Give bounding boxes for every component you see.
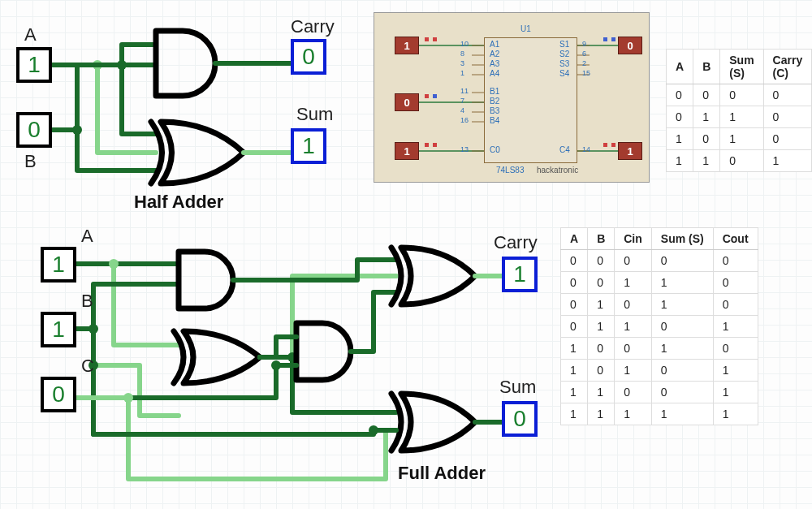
fa-b-label: B (81, 291, 93, 312)
fa-carry-label: Carry (494, 232, 538, 253)
tt-cell: 0 (588, 272, 615, 294)
chip-pin-name: A4 (490, 69, 499, 78)
chip-pin-name: S4 (559, 69, 569, 78)
half-adder-truth-table: ABSum (S)Carry (C) 0000011010101101 (666, 49, 812, 172)
fa-c-value[interactable]: 0 (41, 377, 76, 412)
tt-cell: 1 (763, 150, 812, 172)
chip-pin-num: 10 (460, 40, 469, 48)
table-row: 1010 (667, 128, 812, 150)
chip-pin-num: 9 (582, 40, 586, 48)
chip-pin-num: 13 (460, 145, 469, 153)
svg-rect-30 (603, 143, 607, 147)
svg-point-33 (89, 324, 98, 334)
tt-cell: 0 (588, 360, 615, 382)
table-row: 00110 (561, 272, 758, 294)
chip-pin-name: A2 (490, 50, 499, 58)
tt-cell: 0 (713, 272, 758, 294)
tt-cell: 1 (615, 403, 652, 425)
fa-b-value[interactable]: 1 (41, 312, 76, 347)
fa-carry-value: 1 (502, 257, 538, 292)
tt-cell: 0 (561, 272, 588, 294)
tt-cell: 1 (615, 360, 652, 382)
tt-cell: 1 (588, 403, 615, 425)
chip-pin-name: S3 (559, 59, 569, 68)
tt-cell: 0 (651, 382, 713, 403)
tt-cell: 0 (713, 250, 758, 272)
input-b-label: B (24, 151, 37, 172)
tt-cell: 0 (713, 338, 758, 360)
input-a-label: A (24, 24, 37, 45)
table-row: 01010 (561, 294, 758, 316)
chip-pin-num: 7 (460, 97, 464, 105)
table-row: 1101 (667, 150, 812, 172)
table-row: 11111 (561, 403, 758, 425)
chip-pin-name: A1 (490, 40, 499, 49)
chip-part: 74LS83 (496, 166, 524, 175)
table-row: 0110 (667, 106, 812, 128)
chip-pin-num: 3 (460, 59, 464, 67)
chip-pin-name: S1 (559, 40, 569, 49)
svg-rect-31 (611, 143, 615, 147)
tt-cell: 1 (561, 382, 588, 403)
chip-pin-name: B3 (490, 106, 499, 115)
svg-rect-26 (425, 143, 429, 147)
input-a-value[interactable]: 1 (16, 47, 52, 83)
svg-point-37 (271, 360, 281, 370)
tt-cell: 0 (651, 250, 713, 272)
chip-pin-num: 11 (460, 87, 469, 95)
chip-pin-num: 16 (460, 116, 469, 124)
tt-cell: 0 (561, 250, 588, 272)
proteus-sim: U1 74LS83 hackatronic 10A18A23A31A411B17… (374, 12, 650, 183)
tt-cell: 1 (713, 382, 758, 403)
chip-pin-name: B2 (490, 97, 499, 106)
fa-a-label: A (81, 226, 93, 247)
logic-in-1[interactable]: 0 (395, 93, 419, 111)
chip-ref: U1 (520, 24, 531, 33)
full-adder-truth-table: ABCinSum (S)Cout 00000001100101001101100… (560, 227, 758, 425)
chip-pin-num: 14 (582, 145, 590, 153)
chip-pin-name: B1 (490, 87, 499, 96)
output-carry-label: Carry (291, 16, 335, 37)
fa-a-value[interactable]: 1 (41, 247, 76, 283)
svg-rect-23 (433, 37, 437, 41)
tt-cell: 0 (651, 316, 713, 338)
tt-cell: 1 (713, 316, 758, 338)
logic-in-2[interactable]: 1 (395, 142, 419, 160)
svg-rect-22 (425, 37, 429, 41)
logic-out-1: 1 (618, 142, 642, 160)
tt-cell: 0 (615, 382, 652, 403)
tt-cell: 0 (713, 294, 758, 316)
tt-cell: 0 (667, 106, 693, 128)
tt-cell: 0 (720, 84, 763, 106)
chip-pin-num: 6 (582, 50, 586, 58)
input-b-value[interactable]: 0 (16, 112, 52, 148)
tt-cell: 1 (651, 294, 713, 316)
tt-cell: 0 (588, 250, 615, 272)
logic-in-0[interactable]: 1 (395, 37, 419, 54)
tt-cell: 1 (615, 272, 652, 294)
tt-cell: 1 (561, 360, 588, 382)
tt-cell: 1 (667, 128, 693, 150)
tt-header: Carry (C) (763, 50, 812, 84)
full-adder-diagram: A 1 B 1 C 0 Carry 1 Sum 0 Full Adder (16, 227, 552, 503)
tt-cell: 0 (615, 338, 652, 360)
tt-cell: 0 (651, 360, 713, 382)
output-sum-label: Sum (296, 104, 333, 125)
tt-cell: 1 (651, 403, 713, 425)
tt-header: A (561, 228, 588, 250)
svg-rect-27 (433, 143, 437, 147)
tt-cell: 1 (588, 316, 615, 338)
tt-header: Cin (615, 228, 652, 250)
logic-out-0: 0 (618, 37, 642, 54)
table-row: 11001 (561, 382, 758, 403)
table-row: 00000 (561, 250, 758, 272)
tt-header: Sum (S) (651, 228, 713, 250)
half-adder-diagram: A 1 0 B Carry 0 Sum 1 Half Adder (0, 0, 365, 211)
svg-point-35 (123, 393, 133, 403)
tt-header: Cout (713, 228, 758, 250)
table-row: 10010 (561, 338, 758, 360)
table-row: 0000 (667, 84, 812, 106)
tt-cell: 0 (667, 84, 693, 106)
svg-point-2 (72, 125, 82, 135)
tt-cell: 0 (615, 294, 652, 316)
